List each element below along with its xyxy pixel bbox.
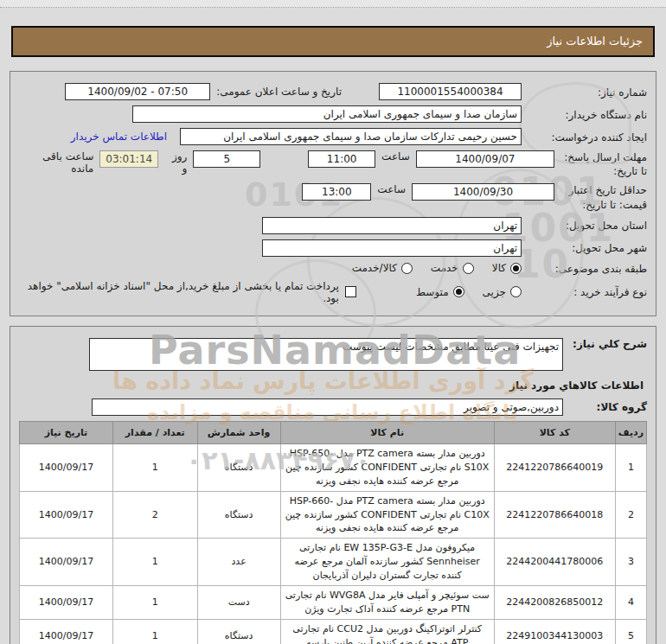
category-option-service[interactable]: خدمت [431,262,474,274]
reply-deadline-hour-field[interactable]: 11:00 [308,150,375,168]
radio-option-label: خدمت [431,262,458,274]
table-cell: میکروفون مدل EW 135P-G3-E نام تجارتی Sen… [280,539,494,586]
goods-group-row: گروه کالا: دوربین,صوتی و تصویر [19,399,647,416]
buyer-org-field[interactable]: سازمان صدا و سیمای جمهوری اسلامی ایران [132,105,522,123]
table-cell: 2244200441780006 [494,539,615,586]
table-cell: دوربین مدار بسته PTZ camera مدل HSP-660-… [280,491,494,539]
goods-group-field[interactable]: دوربین,صوتی و تصویر [92,399,563,416]
reply-deadline-date-field[interactable]: 1400/09/07 [416,150,554,168]
table-cell: 1400/09/17 [20,491,113,539]
table-cell: 1 [112,539,197,586]
col-header-row-number: ردیف [615,421,646,443]
need-description-row: شرح کلي نیاز: تجهیزات فنی عینا مطابق مشخ… [19,338,647,371]
table-row: 22241220786640018دوربین مدار بسته PTZ ca… [20,491,647,539]
reply-deadline-hour-label: ساعت [381,150,410,163]
table-cell: 1400/09/17 [20,539,113,586]
city-field[interactable]: تهران [262,239,522,257]
need-number-field[interactable]: 1100001554000384 [379,83,522,100]
page-title: جزئیات اطلاعات نیاز [547,35,643,48]
buyer-org-label: نام دستگاه خریدار: [528,108,647,121]
table-row: 42244200826850012ست سوئیچر و آمپلی فایر … [20,586,647,620]
radio-option-label: جزیی [483,286,506,298]
radio-icon[interactable] [401,263,413,274]
radio-icon[interactable] [510,263,522,274]
table-cell: 2241220786640018 [494,491,615,539]
publish-datetime-label: تاریخ و ساعت اعلان عمومی: [216,86,342,98]
col-header-item-name: نام کالا [280,421,494,443]
table-cell: 4 [615,586,646,620]
need-number-row: شماره نیاز: 1100001554000384 تاریخ و ساع… [19,83,647,100]
buyer-contact-link[interactable]: اطلاعات تماس خریدار [71,131,167,143]
items-table: ردیف کد کالا نام کالا واحد شمارش تعداد /… [19,421,647,644]
price-validity-date-field[interactable]: 1400/09/30 [412,183,554,201]
table-row: 12241220786640019دوربین مدار بسته PTZ ca… [20,443,647,491]
table-cell: دستگاه [197,443,280,491]
need-description-label: شرح کلي نیاز: [569,338,647,350]
col-header-unit: واحد شمارش [197,421,280,443]
table-cell: دست [197,586,280,620]
category-row: طبقه بندی موضوعی: کالا خدمت کالا/خدمت [19,262,647,275]
table-cell: دوربین مدار بسته PTZ camera مدل HSP-650-… [280,443,494,491]
province-label: استان محل تحویل: [528,219,647,232]
table-cell: 2 [615,491,646,539]
process-type-label: نوع فرآیند خرید : [528,285,647,298]
table-cell: 2249100344130003 [494,620,615,644]
buyer-org-row: نام دستگاه خریدار: سازمان صدا و سیمای جم… [19,105,647,123]
category-option-goods[interactable]: کالا [492,262,522,274]
table-cell: 1 [615,443,646,491]
price-validity-hour-field[interactable]: 13:00 [302,183,371,201]
city-row: شهر محل تحویل: تهران [19,239,647,257]
need-description-field[interactable]: تجهیزات فنی عینا مطابق مشخصات لیست پیوست [89,338,563,371]
requester-row: ایجاد کننده درخواست: حسین رحیمی تدارکات … [19,128,647,145]
price-validity-hour-label: ساعت [377,183,406,195]
table-cell: 2241220786640019 [494,443,615,491]
need-number-label: شماره نیاز: [528,86,647,99]
table-cell: دستگاه [197,491,280,539]
category-option-goods-service[interactable]: کالا/خدمت [352,262,413,274]
table-cell: 1 [112,620,197,644]
treasury-payment-checkbox[interactable] [345,286,356,297]
radio-option-label: کالا/خدمت [352,262,397,274]
category-label: طبقه بندی موضوعی: [528,262,647,275]
table-cell: دستگاه [197,620,280,644]
col-header-item-code: کد کالا [494,421,615,443]
items-section-heading: اطلاعات کالاهاي مورد نیاز [19,379,644,392]
table-cell: 2 [112,491,197,539]
table-cell: 1400/09/17 [20,443,113,491]
city-label: شهر محل تحویل: [528,241,647,254]
countdown-timer: 03:01:14 [99,150,158,168]
table-cell: 1 [112,443,197,491]
remaining-days-label: روز و [164,150,187,175]
reply-deadline-row: مهلت ارسال پاسخ: تا تاریخ: 1400/09/07 سا… [19,150,647,178]
col-header-quantity: تعداد / مقدار [112,421,197,443]
radio-icon[interactable] [463,263,474,274]
table-cell: 1 [112,586,197,620]
table-cell: 5 [615,620,646,644]
countdown-label: ساعت باقی مانده [19,150,93,175]
table-row: 52249100344130003کنترلر اتوتراکینگ دوربی… [20,620,647,644]
radio-icon[interactable] [510,286,522,297]
price-validity-row: حداقل تاریخ اعتبار قیمت: تا تاریخ: 1400/… [19,183,647,211]
price-validity-label: حداقل تاریخ اعتبار قیمت: تا تاریخ: [560,183,647,211]
table-cell: ست سوئیچر و آمپلی فایر مدل WVG8A نام تجا… [280,586,494,620]
requester-label: ایجاد کننده درخواست: [528,131,647,143]
radio-icon[interactable] [453,286,464,297]
process-option-minor[interactable]: جزیی [483,286,522,298]
publish-datetime-field[interactable]: 1400/09/02 - 07:50 [65,83,210,100]
remaining-days-field[interactable]: 5 [193,150,260,168]
province-row: استان محل تحویل: تهران [19,217,647,234]
requester-field[interactable]: حسین رحیمی تدارکات سازمان صدا و سیمای جم… [180,128,522,145]
table-cell: 2244200826850012 [494,586,615,620]
table-cell: 1400/09/17 [20,586,113,620]
table-cell: عدد [197,539,280,586]
process-option-medium[interactable]: متوسط [416,286,464,298]
items-table-body: 12241220786640019دوربین مدار بسته PTZ ca… [20,443,647,644]
col-header-need-date: تاریخ نیاز [20,421,113,443]
page-title-bar: جزئیات اطلاعات نیاز [11,26,655,57]
items-table-header-row: ردیف کد کالا نام کالا واحد شمارش تعداد /… [20,421,647,443]
treasury-payment-label: پرداخت تمام یا بخشی از مبلغ خرید,از محل … [19,280,339,304]
table-cell: 1400/09/17 [20,620,113,644]
process-type-row: نوع فرآیند خرید : جزیی متوسط پرداخت تمام… [19,280,647,304]
table-cell: کنترلر اتوتراکینگ دوربین مدل CCU2 نام تج… [280,620,494,644]
province-field[interactable]: تهران [262,217,522,234]
